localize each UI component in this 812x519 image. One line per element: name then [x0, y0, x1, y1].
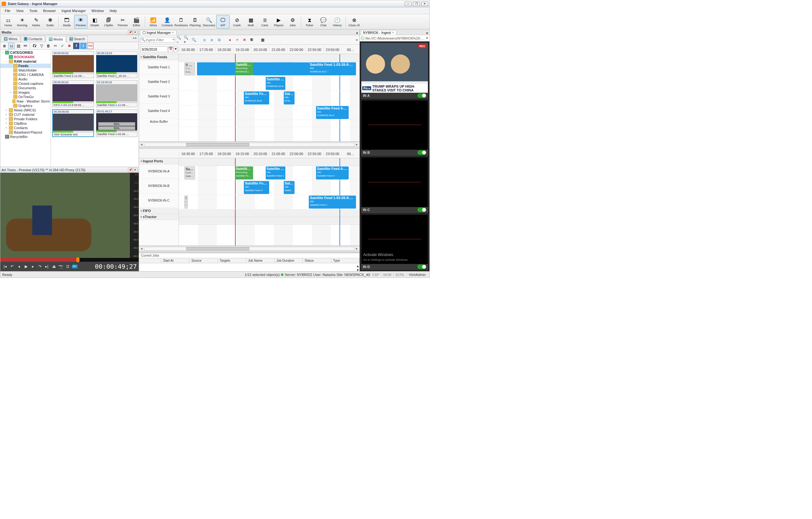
- timeline-clip[interactable]: Satelli… Compl… Satelli…: [184, 166, 195, 179]
- step-back-button[interactable]: ↶: [9, 264, 15, 269]
- clip-thumbnail[interactable]: 00:05:00;02FIFO A-03-13-9:08:59 …: [52, 80, 94, 107]
- record-button[interactable]: ●: [227, 37, 233, 43]
- tree-node[interactable]: Feeds: [0, 64, 51, 68]
- h-scrollbar[interactable]: ◂▸: [139, 142, 359, 147]
- job-col-header[interactable]: Status: [303, 258, 331, 263]
- lane-area[interactable]: Satelli… Compl… Satelli… Satellite Fe… R…: [179, 158, 359, 246]
- group1-button[interactable]: ⫼: [201, 37, 208, 43]
- twitter-icon[interactable]: t: [80, 43, 86, 49]
- menu-window[interactable]: Window: [90, 8, 106, 13]
- tree-node[interactable]: Graphics: [0, 103, 51, 108]
- menu-browser[interactable]: Browser: [41, 8, 58, 13]
- tree-node[interactable]: ENG / CAMERA: [0, 72, 51, 77]
- reject-icon[interactable]: ✖: [66, 43, 72, 49]
- tab-ingest-manager[interactable]: 🖵 Ingest Manager ✕: [140, 30, 176, 35]
- clip-thumbnail[interactable]: 00:01:49;1750%50%Satellite Feed 1-03-26-…: [96, 109, 138, 137]
- timeline-clip[interactable]: Satellite Fe… Recording Satellite Feed 1: [235, 166, 253, 179]
- ribbon-simple-button[interactable]: ◧Simple: [88, 15, 102, 29]
- url-close-button[interactable]: ✕: [426, 36, 429, 40]
- ribbon-home-button[interactable]: ⚏Home: [2, 15, 15, 29]
- tree-node[interactable]: −CATEGORIES: [0, 50, 51, 55]
- timeline-clip[interactable]: S Satelli… C Compl… N NYBRI…: [184, 62, 195, 75]
- zoom-fit-button[interactable]: 🔍: [191, 37, 197, 43]
- tree-node[interactable]: Raw - Weather Storm: [0, 99, 51, 103]
- ribbon-morning-button[interactable]: ☀Morning: [16, 15, 29, 29]
- panel-close-button[interactable]: ✕: [133, 30, 138, 34]
- expand-icon[interactable]: +: [5, 126, 8, 129]
- tree-node[interactable]: Watchfolder: [0, 68, 51, 72]
- pin-button[interactable]: 📌: [128, 30, 133, 34]
- tree-node[interactable]: +ClipBins: [0, 121, 51, 126]
- ribbon-editor-button[interactable]: 🎬Editor: [130, 15, 143, 29]
- menu-help[interactable]: Help: [108, 8, 119, 13]
- date-menu-button[interactable]: ▾: [174, 47, 177, 52]
- timeline-clip[interactable]: Satellite Feed 4-03-26-9:… Idle Satellit…: [316, 166, 349, 179]
- feed-toggle[interactable]: [417, 208, 426, 212]
- feed-toggle[interactable]: [417, 265, 426, 269]
- tree-node[interactable]: Audio: [0, 77, 51, 81]
- timeline-clip[interactable]: Satellite Feed 1-03-26-9:55:59 PM Idle N…: [309, 62, 356, 75]
- expand-icon[interactable]: +: [5, 122, 8, 125]
- go-end-button[interactable]: ▸|: [44, 264, 50, 269]
- expand-icon[interactable]: +: [5, 113, 8, 116]
- zoom-out-button[interactable]: 🔍−: [176, 37, 182, 43]
- expand-icon[interactable]: −: [1, 51, 4, 54]
- job-col-header[interactable]: Job Name: [246, 258, 274, 263]
- detail-view-button[interactable]: ▤: [15, 43, 22, 49]
- preview-pin-button[interactable]: 📌: [128, 168, 133, 172]
- refresh-button[interactable]: 🗘: [31, 43, 38, 49]
- tab-multiviewer[interactable]: NYBRIO6 - Ingest ✕: [361, 30, 397, 35]
- zoom-in-button[interactable]: 🔍+: [183, 37, 190, 43]
- clip-thumbnail[interactable]: 00:30:13;23Satellite Feed 1_18-19-…: [96, 51, 138, 78]
- timeline-lane[interactable]: Satellite Feed … Idle NYBRIO6-IN-A: [179, 76, 359, 91]
- timeline-clip[interactable]: Satellite Feed 4-03-26-9:… Idle NYBRIO6-…: [316, 106, 349, 119]
- grid-view-button[interactable]: ⚏: [8, 43, 14, 49]
- menu-ingest-manager[interactable]: Ingest Manager: [60, 8, 87, 13]
- ribbon-contacts-button[interactable]: 👤Contacts: [161, 15, 174, 29]
- filter-button[interactable]: ▽: [38, 43, 45, 49]
- toolbar-next-button[interactable]: ▸: [356, 38, 358, 42]
- restore-button[interactable]: ❐: [413, 2, 420, 6]
- menu-file[interactable]: File: [3, 8, 12, 13]
- clip-thumbnail[interactable]: 00:50:00:02Satellite Feed 2-11-09-…: [52, 51, 94, 78]
- ribbon-wires-button[interactable]: 📶Wires: [147, 15, 160, 29]
- ribbon-planning-button[interactable]: 🗓Planning: [188, 15, 202, 29]
- timeline-clip[interactable]: Satellite Feed 3-0… Idle NYBRIO6-IN-B: [244, 91, 269, 104]
- timeline-clip[interactable]: Satellite Feed 3-0… Idle Satellite Feed …: [244, 181, 269, 194]
- group-header[interactable]: ▾xTractor: [139, 214, 179, 220]
- close-button[interactable]: ✕: [421, 2, 428, 6]
- center-dropdown-button[interactable]: ▾: [356, 31, 358, 35]
- group3-button[interactable]: ⧉: [216, 37, 222, 43]
- tree-node[interactable]: +Images: [0, 90, 51, 95]
- expand-icon[interactable]: +: [5, 117, 8, 121]
- tree-node[interactable]: +CUT material: [0, 112, 51, 117]
- mv-tab-close-button[interactable]: ✕: [392, 31, 394, 34]
- h-scrollbar[interactable]: ◂▸: [139, 246, 359, 251]
- mv-dropdown-button[interactable]: ▾: [426, 31, 428, 35]
- ribbon-jobs-button[interactable]: ⚙Jobs: [286, 15, 299, 29]
- timeline-clip[interactable]: Satelli… Idle NYBRI…: [284, 91, 294, 104]
- timeline-lane[interactable]: Satellite Feed 3-0… Idle NYBRIO6-IN-B Sa…: [179, 91, 359, 105]
- ribbon-multi-button[interactable]: ▦Multi: [244, 15, 258, 29]
- timeline-lane[interactable]: Satelli… Compl… Satelli… Satellite Fe… R…: [179, 166, 359, 180]
- expand-icon[interactable]: +: [9, 91, 12, 94]
- jobs-down-button[interactable]: ▾: [357, 268, 359, 272]
- timeline-clip[interactable]: S C S: [184, 195, 188, 209]
- timeline-lane[interactable]: Satellite Feed 4-03-26-9:… Idle NYBRIO6-…: [179, 105, 359, 120]
- ribbon-rundowns-button[interactable]: 🗒Rundowns: [174, 15, 188, 29]
- feed-in-b[interactable]: IN B: [361, 100, 428, 156]
- calendar-button[interactable]: 📅: [168, 47, 173, 52]
- lane-area[interactable]: S Satelli… C Compl… N NYBRI… Satellite F…: [179, 54, 359, 142]
- tab-close-button[interactable]: ✕: [172, 31, 174, 34]
- ingest-filter-input[interactable]: [140, 37, 175, 43]
- timeline-lane[interactable]: S Satelli… C Compl… N NYBRI… Satellite F…: [179, 62, 359, 76]
- trim-button[interactable]: ✂: [52, 43, 59, 49]
- timeline-clip[interactable]: Satellite Feed … Idle Satellite Feed 2: [266, 166, 286, 179]
- tree-node[interactable]: OnTheGo: [0, 95, 51, 99]
- job-col-header[interactable]: Job Duration: [274, 258, 303, 263]
- feed-toggle[interactable]: [417, 93, 426, 98]
- timeline-clip[interactable]: Satellite Feed 1-03-26-9:55:59 PM Idle S…: [309, 195, 356, 209]
- tree-node[interactable]: Baseband Playout: [0, 130, 51, 134]
- feed-in-c[interactable]: IN C: [361, 157, 428, 213]
- tree-node[interactable]: RecycleBin: [0, 134, 51, 139]
